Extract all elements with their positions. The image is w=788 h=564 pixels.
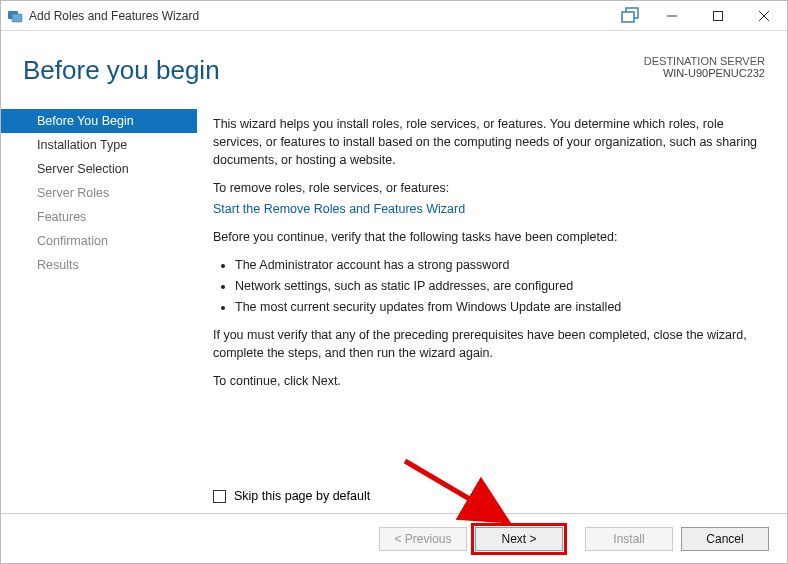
previous-button: < Previous [379, 527, 467, 551]
sidebar: Before You Begin Installation Type Serve… [1, 109, 197, 511]
close-button[interactable] [741, 1, 787, 31]
prerequisite-list: The Administrator account has a strong p… [213, 256, 765, 316]
sidebar-item-server-selection[interactable]: Server Selection [1, 157, 197, 181]
main-panel: This wizard helps you install roles, rol… [197, 109, 787, 511]
svg-rect-1 [12, 14, 22, 22]
prereq-note: If you must verify that any of the prece… [213, 326, 765, 362]
destination-server-block: DESTINATION SERVER WIN-U90PENUC232 [644, 55, 765, 79]
sidebar-item-before-you-begin[interactable]: Before You Begin [1, 109, 197, 133]
sidebar-item-results: Results [1, 253, 197, 277]
list-item: Network settings, such as static IP addr… [235, 277, 765, 295]
verify-label: Before you continue, verify that the fol… [213, 228, 765, 246]
minimize-button[interactable] [649, 1, 695, 31]
content-area: Before You Begin Installation Type Serve… [1, 109, 787, 511]
sidebar-item-installation-type[interactable]: Installation Type [1, 133, 197, 157]
next-button[interactable]: Next > [475, 527, 563, 551]
sidebar-item-confirmation: Confirmation [1, 229, 197, 253]
continue-note: To continue, click Next. [213, 372, 765, 390]
server-manager-icon [7, 8, 23, 24]
remove-label: To remove roles, role services, or featu… [213, 179, 765, 197]
skip-page-checkbox[interactable] [213, 490, 226, 503]
svg-rect-3 [622, 12, 634, 22]
destination-server-label: DESTINATION SERVER [644, 55, 765, 67]
window-controls [617, 1, 787, 31]
skip-page-label: Skip this page by default [234, 489, 370, 503]
sidebar-item-server-roles: Server Roles [1, 181, 197, 205]
cancel-button[interactable]: Cancel [681, 527, 769, 551]
titlebar: Add Roles and Features Wizard [1, 1, 787, 31]
intro-text: This wizard helps you install roles, rol… [213, 115, 765, 169]
footer: < Previous Next > Install Cancel [1, 513, 787, 563]
sidebar-item-features: Features [1, 205, 197, 229]
install-button: Install [585, 527, 673, 551]
destination-server-name: WIN-U90PENUC232 [644, 67, 765, 79]
restore-stack-icon[interactable] [617, 5, 645, 27]
window-title: Add Roles and Features Wizard [29, 9, 617, 23]
maximize-button[interactable] [695, 1, 741, 31]
page-title: Before you begin [23, 55, 220, 86]
svg-rect-5 [714, 11, 723, 20]
remove-roles-link[interactable]: Start the Remove Roles and Features Wiza… [213, 202, 465, 216]
list-item: The most current security updates from W… [235, 298, 765, 316]
skip-page-row[interactable]: Skip this page by default [213, 489, 370, 503]
header: Before you begin DESTINATION SERVER WIN-… [1, 31, 787, 98]
list-item: The Administrator account has a strong p… [235, 256, 765, 274]
